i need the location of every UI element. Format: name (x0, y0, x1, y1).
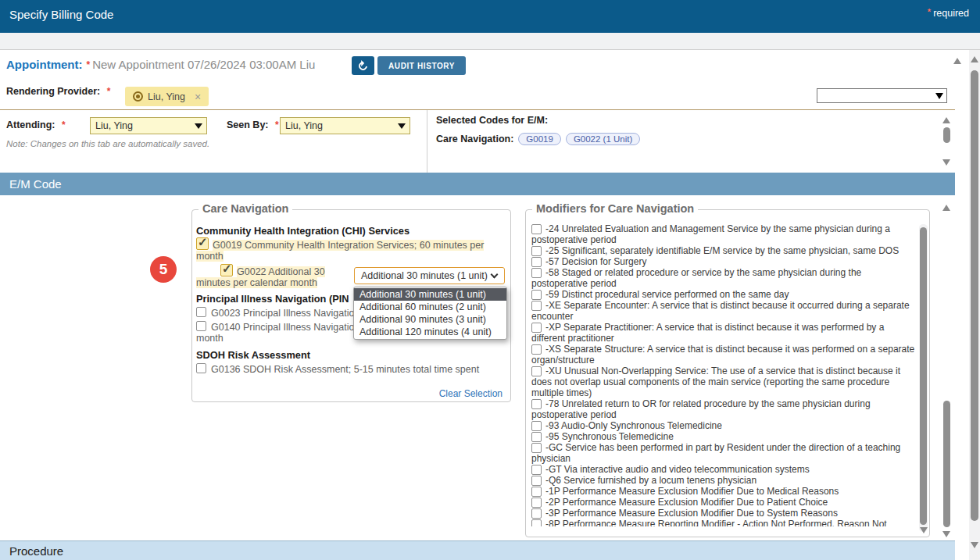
required-legend: *required (928, 7, 969, 19)
close-icon[interactable]: × (195, 91, 201, 103)
scroll-down-icon[interactable] (920, 527, 928, 533)
modifier-label: -59 Distinct procedural service performe… (545, 289, 789, 300)
scroll-up-icon[interactable] (953, 58, 961, 64)
modifier-checkbox[interactable] (531, 498, 542, 508)
modifier-checkbox[interactable] (531, 432, 542, 442)
modifiers-list: -24 Unrelated Evaluation and Management … (531, 223, 919, 526)
unit-select-option[interactable]: Additional 30 minutes (1 unit) (354, 288, 506, 301)
unit-select-option[interactable]: Additional 120 minutes (4 unit) (354, 326, 506, 338)
sdoh-heading: SDOH Risk Assessment (196, 349, 310, 361)
scroll-up-icon[interactable] (971, 56, 978, 62)
codes-pane-scrollbar-thumb[interactable] (943, 127, 950, 143)
modifier-item: -3P Performance Measure Exclusion Modifi… (531, 508, 919, 519)
unit-select[interactable]: Additional 30 minutes (1 unit) (354, 267, 505, 284)
modifier-checkbox[interactable] (531, 257, 542, 267)
g0140-checkbox[interactable] (196, 321, 206, 331)
modifier-item: -93 Audio-Only Synchronous Telemedicine (531, 420, 919, 431)
modifier-label: -GT Via interactive audio and video tele… (545, 464, 810, 475)
modifier-label: -24 Unrelated Evaluation and Management … (531, 223, 890, 245)
step-badge: 5 (150, 256, 177, 283)
specify-billing-code-dialog: Specify Billing Code *required Appointme… (0, 0, 980, 560)
unit-select-option[interactable]: Additional 60 minutes (2 unit) (354, 301, 506, 313)
modifier-label: -57 Decision for Surgery (545, 256, 646, 267)
attending-select[interactable]: Liu, Ying (90, 117, 207, 134)
toolbar-strip (0, 33, 980, 50)
modifier-item: -Q6 Service furnished by a locum tenens … (531, 475, 919, 486)
scroll-up-icon[interactable] (942, 205, 950, 211)
autosave-note: Note: Changes on this tab are automatica… (6, 139, 209, 148)
modifier-label: -XP Separate Practitioner: A service tha… (531, 322, 884, 344)
g0022-label-line1: G0022 Additional 30 (237, 266, 325, 277)
modifier-label: -XE Separate Encounter: A service that i… (531, 300, 910, 322)
modifier-checkbox[interactable] (531, 508, 542, 519)
modifiers-scrollbar-thumb[interactable] (920, 227, 927, 525)
unit-select-option[interactable]: Additional 90 minutes (3 unit) (354, 313, 506, 326)
modifier-label: -Q6 Service furnished by a locum tenens … (545, 475, 756, 486)
g0140-label-line2: month (196, 333, 224, 344)
modifier-checkbox[interactable] (531, 487, 542, 497)
em-pane-scrollbar-thumb[interactable] (943, 401, 950, 527)
g0022-checkbox[interactable]: ✓ (220, 264, 233, 276)
modifier-label: -8P Performance Measure Reporting Modifi… (545, 519, 887, 526)
attending-asterisk: * (62, 119, 66, 130)
modifier-item: -XS Separate Structure: A service that i… (531, 344, 919, 366)
unit-select-options: Additional 30 minutes (1 unit)Additional… (353, 287, 507, 340)
seen-by-select[interactable]: Liu, Ying (280, 117, 410, 134)
chevron-down-icon (398, 123, 406, 129)
required-asterisk: * (928, 7, 931, 16)
chi-services-heading: Community Health Integration (CHI) Servi… (196, 225, 410, 237)
modifier-label: -3P Performance Measure Exclusion Modifi… (545, 508, 838, 519)
modifier-checkbox[interactable] (531, 443, 542, 453)
check-icon: ✓ (222, 262, 232, 276)
modifier-label: -GC Service has been performed in part b… (531, 442, 900, 464)
rendering-provider-asterisk: * (107, 86, 111, 97)
modifier-checkbox[interactable] (531, 268, 542, 278)
modifiers-fieldset: Modifiers for Care Navigation -24 Unrela… (525, 209, 930, 537)
modifier-label: -25 Significant, separately identifiable… (545, 245, 899, 256)
scroll-down-icon[interactable] (942, 531, 950, 537)
modifier-checkbox[interactable] (531, 366, 542, 376)
rendering-provider-chip[interactable]: Liu, Ying × (125, 87, 209, 106)
modifier-checkbox[interactable] (531, 519, 542, 526)
modifier-item: -2P Performance Measure Exclusion Modifi… (531, 497, 919, 508)
radio-selected-icon (133, 91, 143, 102)
refresh-button[interactable] (352, 56, 374, 75)
unit-select-value: Additional 30 minutes (1 unit) (361, 270, 488, 281)
clear-selection-link[interactable]: Clear Selection (439, 388, 503, 399)
modifier-checkbox[interactable] (531, 224, 542, 234)
header-divider (0, 109, 955, 110)
g0023-checkbox[interactable] (196, 307, 206, 317)
modifier-checkbox[interactable] (531, 246, 542, 256)
g0140-label-line1: G0140 Principal Illness Navigatio (211, 322, 354, 333)
top-right-select[interactable] (817, 88, 947, 103)
modifier-item: -XP Separate Practitioner: A service tha… (531, 322, 919, 344)
refresh-icon (357, 59, 369, 71)
selected-codes-row: Care Navigation: G0019G0022 (1 Unit) (436, 133, 640, 145)
scroll-up-icon[interactable] (942, 117, 950, 123)
selected-codes-group-label: Care Navigation: (436, 134, 513, 144)
modifier-checkbox[interactable] (531, 301, 542, 311)
modifier-checkbox[interactable] (531, 465, 542, 475)
modifier-item: -95 Synchronous Telemedicine (531, 431, 919, 442)
g0019-checkbox[interactable]: ✓ (196, 237, 209, 250)
modifier-checkbox[interactable] (531, 421, 542, 431)
modifier-checkbox[interactable] (531, 399, 542, 409)
modifier-checkbox[interactable] (531, 476, 542, 486)
window-scrollbar-thumb[interactable] (971, 70, 978, 521)
seen-by-select-value: Liu, Ying (285, 120, 323, 131)
modifier-item: -24 Unrelated Evaluation and Management … (531, 223, 919, 245)
scroll-down-icon[interactable] (971, 542, 978, 548)
audit-history-button[interactable]: AUDIT HISTORY (377, 56, 466, 75)
rendering-provider-chip-label: Liu, Ying (148, 91, 185, 102)
modifier-label: -XU Unusual Non-Overlapping Service: The… (531, 366, 900, 398)
modifier-checkbox[interactable] (531, 290, 542, 300)
appointment-value: New Appointment 07/26/2024 03:00AM Liu (92, 58, 315, 71)
modifier-checkbox[interactable] (531, 323, 542, 333)
attending-select-value: Liu, Ying (95, 120, 133, 131)
appointment-label: Appointment: (6, 58, 82, 71)
g0136-label: G0136 SDOH Risk Assessment; 5-15 minutes… (211, 364, 479, 375)
scroll-down-icon[interactable] (942, 159, 950, 166)
pin-heading: Principal Illness Navigation (PIN (196, 293, 349, 305)
modifier-checkbox[interactable] (531, 344, 542, 355)
g0136-checkbox[interactable] (196, 363, 206, 373)
